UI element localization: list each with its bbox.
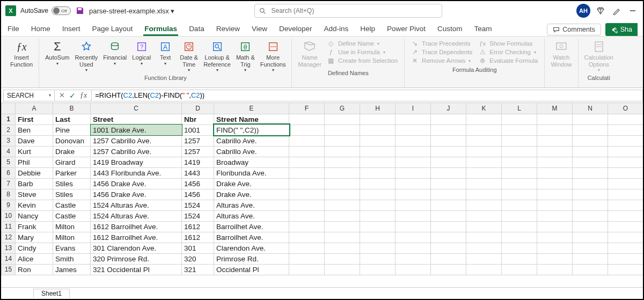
cell[interactable]: Dave	[16, 135, 53, 146]
use-in-formula-button[interactable]: ƒUse in Formula ▾	[327, 48, 398, 56]
cell[interactable]	[396, 146, 431, 157]
col-header-I[interactable]: I	[396, 103, 431, 114]
comments-button[interactable]: Comments	[547, 24, 601, 35]
cell[interactable]	[466, 135, 502, 146]
sheet-tab[interactable]: Sheet1	[33, 289, 70, 298]
cell[interactable]	[502, 232, 537, 243]
cancel-icon[interactable]: ✕	[59, 91, 65, 99]
select-all-corner[interactable]	[2, 103, 16, 114]
tab-data[interactable]: Data	[188, 23, 206, 36]
evaluate-formula-button[interactable]: ⊕Evaluate Formula	[479, 57, 538, 64]
cell[interactable]: Barroilhet Ave.	[214, 221, 289, 232]
cell[interactable]	[466, 253, 502, 264]
cell[interactable]	[537, 221, 573, 232]
cell[interactable]	[573, 157, 608, 167]
cell[interactable]	[431, 178, 466, 189]
cell[interactable]	[466, 200, 502, 210]
cell[interactable]: Street	[91, 114, 182, 125]
cell[interactable]	[502, 264, 537, 275]
cell[interactable]	[608, 243, 643, 253]
cell[interactable]	[573, 178, 608, 189]
cell[interactable]	[608, 189, 643, 200]
cell[interactable]	[325, 178, 360, 189]
cell[interactable]: Castle	[53, 200, 91, 210]
col-header-M[interactable]: M	[537, 103, 573, 114]
cell[interactable]	[431, 125, 466, 135]
remove-arrows-button[interactable]: ✕Remove Arrows ▾	[411, 57, 472, 64]
toggle-switch[interactable]: Off	[52, 6, 71, 15]
show-formulas-button[interactable]: ƒxShow Formulas	[479, 40, 538, 47]
cell[interactable]	[289, 253, 325, 264]
cell[interactable]	[466, 210, 502, 221]
worksheet-grid[interactable]: ABCDEFGHIJKLMNOP 1FirstLastStreetNbrStre…	[1, 103, 643, 287]
row-header[interactable]: 10	[2, 210, 16, 221]
cell[interactable]	[573, 264, 608, 275]
cell[interactable]	[537, 167, 573, 178]
cell[interactable]	[360, 135, 396, 146]
tab-insert[interactable]: Insert	[61, 23, 82, 36]
row-header[interactable]: 13	[2, 243, 16, 253]
cell[interactable]	[608, 210, 643, 221]
cell[interactable]	[573, 210, 608, 221]
cell[interactable]	[325, 232, 360, 243]
cell[interactable]	[360, 189, 396, 200]
cell[interactable]	[360, 114, 396, 125]
cell[interactable]	[537, 135, 573, 146]
cell[interactable]	[466, 146, 502, 157]
cell[interactable]: Primrose Rd.	[214, 253, 289, 264]
cell[interactable]	[325, 221, 360, 232]
autosum-button[interactable]: ΣAutoSum▾	[43, 39, 71, 67]
cell[interactable]	[360, 157, 396, 167]
cell[interactable]: 1257 Cabrillo Ave.	[91, 146, 182, 157]
col-header-B[interactable]: B	[53, 103, 91, 114]
cell[interactable]: 1443	[182, 167, 214, 178]
cell[interactable]: 320	[182, 253, 214, 264]
cell[interactable]: Drake Ave.	[214, 189, 289, 200]
cell[interactable]	[466, 114, 502, 125]
cell[interactable]	[289, 200, 325, 210]
tab-help[interactable]: Help	[359, 23, 376, 36]
cell[interactable]	[502, 146, 537, 157]
cell[interactable]	[289, 243, 325, 253]
cell[interactable]	[608, 178, 643, 189]
col-header-A[interactable]: A	[16, 103, 53, 114]
cell[interactable]	[289, 232, 325, 243]
cell[interactable]	[289, 189, 325, 200]
user-avatar[interactable]: AH	[576, 4, 590, 18]
cell[interactable]	[502, 114, 537, 125]
cell[interactable]	[396, 135, 431, 146]
cell[interactable]	[537, 157, 573, 167]
cell[interactable]	[466, 264, 502, 275]
enter-icon[interactable]: ✓	[69, 91, 76, 100]
cell[interactable]	[396, 243, 431, 253]
cell[interactable]: Barb	[16, 178, 53, 189]
define-name-button[interactable]: ◇Define Name ▾	[327, 40, 398, 47]
cell[interactable]	[431, 253, 466, 264]
cell[interactable]	[396, 253, 431, 264]
col-header-J[interactable]: J	[431, 103, 466, 114]
cell[interactable]	[608, 253, 643, 264]
tab-formulas[interactable]: Formulas	[143, 23, 178, 36]
cell[interactable]: Kurt	[16, 146, 53, 157]
cell[interactable]	[289, 221, 325, 232]
cell[interactable]: 1612 Barroilhet Ave.	[91, 232, 182, 243]
tab-file[interactable]: File	[6, 23, 20, 36]
cell[interactable]: 1456	[182, 178, 214, 189]
cell[interactable]	[396, 157, 431, 167]
cell[interactable]: Parker	[53, 167, 91, 178]
row-header[interactable]: 7	[2, 178, 16, 189]
trace-dependents-button[interactable]: ↗Trace Dependents	[411, 48, 472, 56]
cell[interactable]	[466, 167, 502, 178]
cell[interactable]	[573, 114, 608, 125]
cell[interactable]: First	[16, 114, 53, 125]
cell[interactable]: Drake Ave.	[214, 178, 289, 189]
cell[interactable]: Castle	[53, 210, 91, 221]
row-header[interactable]: 9	[2, 200, 16, 210]
insert-function-button[interactable]: ƒx Insert Function	[9, 39, 34, 69]
cell[interactable]	[466, 221, 502, 232]
cell[interactable]	[325, 146, 360, 157]
cell[interactable]	[502, 221, 537, 232]
cell[interactable]: Clarendon Ave.	[214, 243, 289, 253]
cell[interactable]: Girard	[53, 157, 91, 167]
row-header[interactable]: 2	[2, 125, 16, 135]
